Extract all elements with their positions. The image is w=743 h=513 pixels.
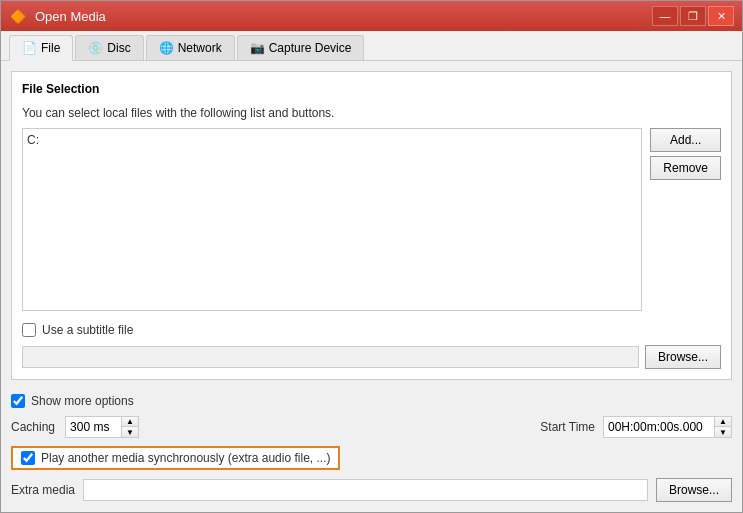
tab-disc-label: Disc	[107, 41, 130, 55]
sync-label: Play another media synchronously (extra …	[41, 451, 330, 465]
sync-checkbox[interactable]	[21, 451, 35, 465]
title-bar-controls: — ❐ ✕	[652, 6, 734, 26]
subtitle-input-row: Browse...	[22, 345, 721, 369]
start-time-spin-buttons: ▲ ▼	[714, 417, 731, 437]
extra-media-input[interactable]	[83, 479, 648, 501]
file-listbox[interactable]: C:	[22, 128, 642, 311]
title-bar-left: 🔶 Open Media	[9, 7, 106, 25]
caching-spin-buttons: ▲ ▼	[121, 417, 138, 437]
vlc-logo-icon: 🔶	[9, 7, 27, 25]
start-time-down-button[interactable]: ▼	[715, 427, 731, 437]
start-time-up-button[interactable]: ▲	[715, 417, 731, 427]
start-time-input[interactable]	[604, 417, 714, 437]
subtitle-file-input[interactable]	[22, 346, 639, 368]
show-more-label: Show more options	[31, 394, 134, 408]
tab-capture-label: Capture Device	[269, 41, 352, 55]
extra-media-row: Extra media Browse...	[11, 478, 732, 502]
subtitle-checkbox-label: Use a subtitle file	[42, 323, 133, 337]
tab-disc[interactable]: 💿 Disc	[75, 35, 143, 60]
add-button[interactable]: Add...	[650, 128, 721, 152]
close-button[interactable]: ✕	[708, 6, 734, 26]
file-selection-hint: You can select local files with the foll…	[22, 106, 721, 120]
subtitle-checkbox-row: Use a subtitle file	[22, 323, 721, 337]
start-time-label: Start Time	[540, 420, 595, 434]
start-time-spinner: ▲ ▼	[603, 416, 732, 438]
sync-label-wrapper: Play another media synchronously (extra …	[11, 446, 340, 470]
title-bar: 🔶 Open Media — ❐ ✕	[1, 1, 742, 31]
tab-bar: 📄 File 💿 Disc 🌐 Network 📷 Capture Device	[1, 31, 742, 61]
tab-network-label: Network	[178, 41, 222, 55]
tab-file-label: File	[41, 41, 60, 55]
remove-button[interactable]: Remove	[650, 156, 721, 180]
content-area: File Selection You can select local file…	[1, 61, 742, 512]
minimize-button[interactable]: —	[652, 6, 678, 26]
extra-media-label: Extra media	[11, 483, 75, 497]
file-list-area: C: Add... Remove	[22, 128, 721, 311]
caching-input[interactable]	[66, 417, 121, 437]
caching-down-button[interactable]: ▼	[122, 427, 138, 437]
bottom-options: Show more options Caching ▲ ▼ Start Time	[11, 388, 732, 502]
subtitle-browse-button[interactable]: Browse...	[645, 345, 721, 369]
start-time-section: Start Time ▲ ▼	[540, 416, 732, 438]
extra-media-browse-button[interactable]: Browse...	[656, 478, 732, 502]
caching-row: Caching ▲ ▼ Start Time ▲ ▼	[11, 416, 732, 438]
sync-row: Play another media synchronously (extra …	[11, 446, 732, 470]
caching-up-button[interactable]: ▲	[122, 417, 138, 427]
capture-tab-icon: 📷	[250, 41, 264, 55]
tab-capture[interactable]: 📷 Capture Device	[237, 35, 365, 60]
file-buttons: Add... Remove	[650, 128, 721, 311]
show-more-checkbox[interactable]	[11, 394, 25, 408]
network-tab-icon: 🌐	[159, 41, 173, 55]
caching-spinner: ▲ ▼	[65, 416, 139, 438]
subtitle-checkbox[interactable]	[22, 323, 36, 337]
file-tab-icon: 📄	[22, 41, 36, 55]
tab-file[interactable]: 📄 File	[9, 35, 73, 61]
caching-label: Caching	[11, 420, 55, 434]
main-window: 🔶 Open Media — ❐ ✕ 📄 File 💿 Disc 🌐 Netwo…	[0, 0, 743, 513]
show-more-row: Show more options	[11, 394, 732, 408]
window-title: Open Media	[35, 9, 106, 24]
tab-network[interactable]: 🌐 Network	[146, 35, 235, 60]
disc-tab-icon: 💿	[88, 41, 102, 55]
maximize-button[interactable]: ❐	[680, 6, 706, 26]
file-selection-title: File Selection	[22, 82, 721, 96]
file-selection-group: File Selection You can select local file…	[11, 71, 732, 380]
